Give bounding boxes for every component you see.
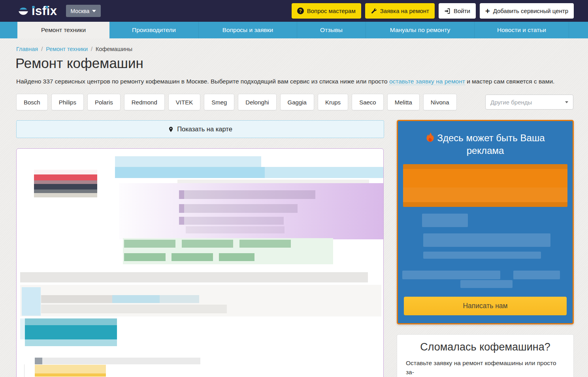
brand-filter-row: Bosch Philips Polaris Redmond VITEK Smeg… [16,94,457,110]
brand-button-redmond[interactable]: Redmond [124,94,165,110]
isfix-logo-icon [17,4,30,18]
blurred-ad-text [423,252,541,259]
blurred-text-line [42,358,200,364]
tab-news-articles[interactable]: Новости и статьи [475,22,569,38]
logo[interactable]: isfix [17,4,57,18]
breadcrumb-separator: / [91,46,92,52]
brand-button-delonghi[interactable]: Delonghi [238,94,276,110]
other-brands-select[interactable]: Другие бренды [485,95,573,110]
blurred-text-line [41,305,227,313]
login-button[interactable]: Войти [439,3,476,19]
brand-button-philips[interactable]: Philips [51,94,84,110]
plus-icon: + [485,7,490,15]
blurred-green-row [124,253,254,261]
brand-button-bosch[interactable]: Bosch [16,94,48,110]
blurred-teal-edge [20,318,25,339]
blurred-star-rating-band [35,373,106,377]
blurred-ad-text [423,233,550,247]
blurred-service-title [115,156,261,167]
divider-line [24,364,24,377]
brand-button-gaggia[interactable]: Gaggia [280,94,314,110]
brand-button-krups[interactable]: Krups [318,94,348,110]
map-pin-icon [168,126,174,133]
blurred-list-row [179,217,284,225]
blurred-ad-text [422,214,468,227]
ask-masters-button[interactable]: ? Вопрос мастерам [292,3,361,19]
blurred-ad-text [513,271,560,279]
blurred-service-title-2 [115,167,384,178]
leave-repair-request-link[interactable]: оставьте заявку на ремонт [389,78,465,85]
blurred-list-row [179,204,298,213]
page-title: Ремонт кофемашин [15,55,143,71]
logo-text: isfix [32,5,57,17]
main-nav: Ремонт техники Производители Вопросы и з… [0,22,588,38]
request-card-title: Сломалась кофемашина? [406,341,565,353]
top-header: isfix Москва ? Вопрос мастерам Заявка на… [0,0,588,22]
brand-button-smeg[interactable]: Smeg [204,94,234,110]
blurred-teal-button [25,318,117,346]
city-selector[interactable]: Москва [66,5,101,17]
chevron-down-icon [565,101,568,103]
repair-request-button[interactable]: Заявка на ремонт [365,3,435,19]
show-on-map-button[interactable]: Показать на карте [16,120,384,138]
broken-coffee-machine-card: Сломалась кофемашина? Оставьте заявку на… [397,334,574,377]
blurred-ad-banner [403,164,567,207]
other-brands-label: Другие бренды [490,99,532,106]
blurred-wide-line [20,272,368,282]
blurred-text-line [41,295,199,303]
advertisement-card: Здесь может быть Ваша реклама Написать н… [397,120,574,324]
brand-button-vitek[interactable]: VITEK [168,94,200,110]
blurred-list-row [179,190,315,199]
flame-icon [426,133,434,143]
wrench-icon [371,8,377,14]
request-card-text: Оставьте заявку на ремонт кофемашины или… [406,358,565,377]
breadcrumb: Главная / Ремонт техники / Кофемашины [16,46,132,52]
brand-button-saeco[interactable]: Saeco [352,94,384,110]
blurred-service-logo [34,170,97,197]
tab-questions-requests[interactable]: Вопросы и заявки [199,22,297,38]
blurred-avatar-square [35,358,42,364]
breadcrumb-repair-tech[interactable]: Ремонт техники [46,46,88,52]
city-label: Москва [71,8,90,14]
tab-reviews[interactable]: Отзывы [297,22,366,38]
breadcrumb-home[interactable]: Главная [16,46,38,52]
blurred-list-row [186,226,285,233]
question-icon: ? [297,8,304,14]
brand-button-polaris[interactable]: Polaris [87,94,121,110]
blurred-ad-text [460,280,513,288]
breadcrumb-current: Кофемашины [96,46,132,52]
blurred-green-row [124,240,296,248]
brand-button-nivona[interactable]: Nivona [423,94,457,110]
service-listing-card [16,148,384,377]
sign-in-icon [444,8,450,14]
add-service-center-button[interactable]: + Добавить сервисный центр [480,3,574,19]
tab-repair-tech[interactable]: Ремонт техники [17,22,109,38]
intro-text: Найдено 337 сервисных центров по ремонту… [16,78,569,85]
ad-title: Здесь может быть Ваша реклама [398,132,573,157]
tab-repair-manuals[interactable]: Мануалы по ремонту [366,22,475,38]
brand-button-melitta[interactable]: Melitta [387,94,420,110]
tab-manufacturers[interactable]: Производители [109,22,199,38]
chevron-down-icon [92,10,96,12]
header-actions: ? Вопрос мастерам Заявка на ремонт Войти… [292,3,574,19]
write-to-us-button[interactable]: Написать нам [404,297,567,315]
blurred-ad-text [402,271,500,279]
blurred-blue-accent [22,287,41,316]
blurred-star-rating [35,365,106,373]
breadcrumb-separator: / [41,46,43,52]
